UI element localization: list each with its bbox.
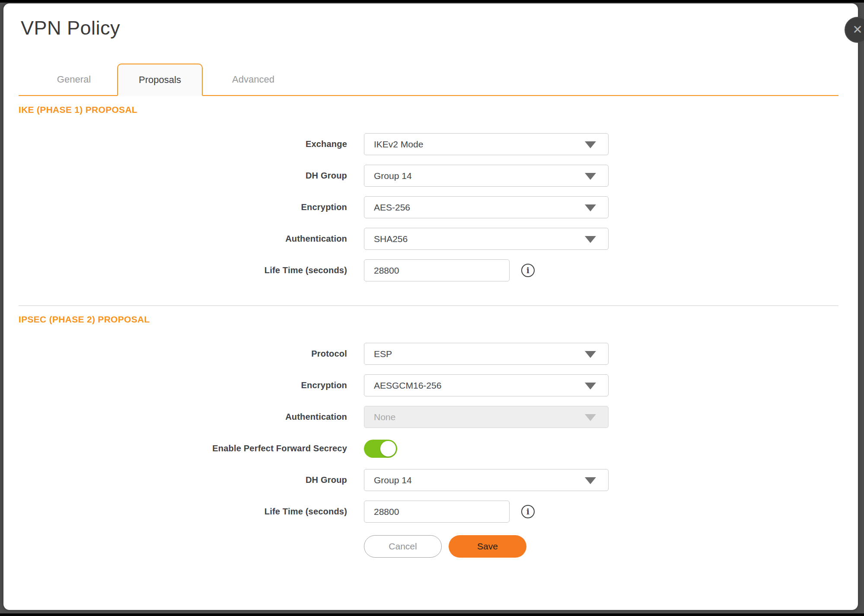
page-title: VPN Policy	[21, 16, 858, 40]
ike-dh-group-label: DH Group	[19, 171, 347, 181]
protocol-row: Protocol ESP	[19, 343, 838, 365]
tab-advanced[interactable]: Advanced	[203, 64, 304, 95]
info-icon[interactable]: i	[521, 505, 535, 518]
ike-life-time-label: Life Time (seconds)	[19, 265, 347, 275]
protocol-select[interactable]: ESP	[364, 343, 609, 365]
pfs-toggle-on[interactable]	[364, 440, 397, 458]
chevron-down-icon	[585, 351, 596, 358]
ipsec-form: Protocol ESP Encryption AESGCM16-256	[19, 343, 838, 523]
ipsec-authentication-row: Authentication None	[19, 406, 838, 428]
chevron-down-icon	[585, 141, 596, 148]
ipsec-encryption-label: Encryption	[19, 380, 347, 390]
chevron-down-icon	[585, 236, 596, 243]
chevron-down-icon	[585, 383, 596, 389]
ike-encryption-row: Encryption AES-256	[19, 196, 838, 218]
ike-dh-group-row: DH Group Group 14	[19, 165, 838, 187]
section-divider	[19, 305, 838, 306]
pfs-label: Enable Perfect Forward Secrecy	[19, 444, 347, 453]
tab-proposals[interactable]: Proposals	[117, 64, 203, 96]
ike-dh-group-value: Group 14	[374, 171, 412, 181]
ike-encryption-value: AES-256	[374, 202, 410, 213]
ipsec-dh-group-row: DH Group Group 14	[19, 469, 838, 491]
chevron-down-icon	[585, 477, 596, 484]
ike-life-time-row: Life Time (seconds) i	[19, 259, 838, 281]
exchange-value: IKEv2 Mode	[374, 139, 423, 150]
toggle-knob	[380, 441, 396, 456]
ipsec-encryption-row: Encryption AESGCM16-256	[19, 374, 838, 396]
dialog-content: IKE (PHASE 1) PROPOSAL Exchange IKEv2 Mo…	[19, 105, 838, 558]
ipsec-dh-group-label: DH Group	[19, 475, 347, 485]
ipsec-encryption-value: AESGCM16-256	[374, 380, 441, 391]
ipsec-section-heading: IPSEC (PHASE 2) PROPOSAL	[19, 314, 838, 325]
ipsec-life-time-label: Life Time (seconds)	[19, 507, 347, 517]
ipsec-encryption-select[interactable]: AESGCM16-256	[364, 374, 609, 396]
ike-dh-group-select[interactable]: Group 14	[364, 165, 609, 187]
ipsec-authentication-value: None	[374, 412, 395, 422]
ike-section-heading: IKE (PHASE 1) PROPOSAL	[19, 105, 838, 115]
cancel-button[interactable]: Cancel	[364, 535, 442, 558]
exchange-label: Exchange	[19, 139, 347, 149]
info-icon[interactable]: i	[521, 264, 535, 277]
exchange-row: Exchange IKEv2 Mode	[19, 133, 838, 155]
protocol-label: Protocol	[19, 349, 347, 359]
ike-encryption-select[interactable]: AES-256	[364, 196, 609, 218]
pfs-row: Enable Perfect Forward Secrecy	[19, 437, 838, 460]
ike-form: Exchange IKEv2 Mode DH Group Group 14	[19, 133, 838, 281]
ike-authentication-row: Authentication SHA256	[19, 228, 838, 250]
chevron-down-icon	[585, 414, 596, 421]
ipsec-dh-group-select[interactable]: Group 14	[364, 469, 609, 491]
ipsec-dh-group-value: Group 14	[374, 475, 412, 485]
ike-authentication-select[interactable]: SHA256	[364, 228, 609, 250]
ipsec-life-time-row: Life Time (seconds) i	[19, 501, 838, 523]
ike-authentication-label: Authentication	[19, 234, 347, 244]
exchange-select[interactable]: IKEv2 Mode	[364, 133, 609, 155]
ike-encryption-label: Encryption	[19, 202, 347, 212]
ike-authentication-value: SHA256	[374, 234, 408, 244]
save-button[interactable]: Save	[449, 535, 526, 558]
modal-backdrop: ✕ VPN Policy General Proposals Advanced …	[0, 0, 864, 616]
ipsec-authentication-select-disabled: None	[364, 406, 609, 428]
ipsec-authentication-label: Authentication	[19, 412, 347, 422]
chevron-down-icon	[585, 204, 596, 211]
tab-general[interactable]: General	[35, 64, 113, 95]
ipsec-life-time-input[interactable]	[364, 501, 510, 523]
protocol-value: ESP	[374, 349, 392, 359]
tab-bar: General Proposals Advanced	[19, 64, 838, 96]
chevron-down-icon	[585, 173, 596, 180]
dialog-footer: Cancel Save	[364, 535, 838, 558]
ike-life-time-input[interactable]	[364, 259, 510, 281]
vpn-policy-dialog: VPN Policy General Proposals Advanced IK…	[3, 3, 858, 610]
